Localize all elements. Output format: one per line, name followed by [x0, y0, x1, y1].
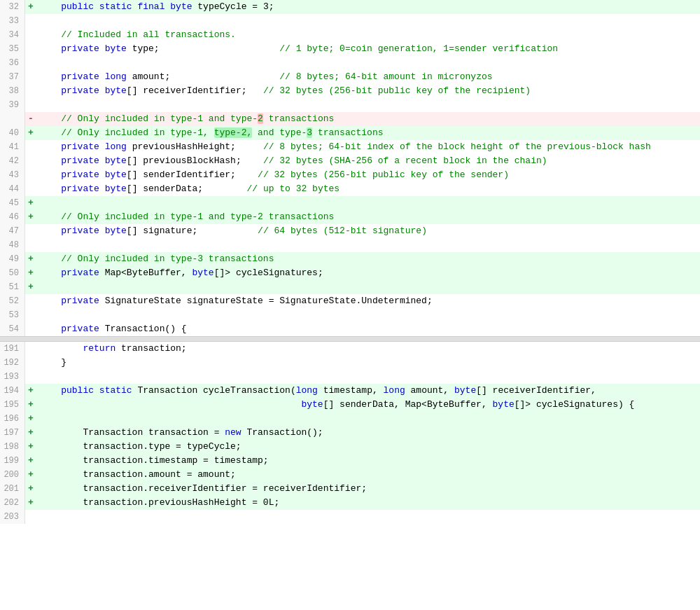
line-content: // Only included in type-3 transactions [36, 252, 700, 266]
code-line: 203 [0, 510, 700, 524]
line-number: 36 [0, 56, 25, 70]
line-number: 33 [0, 14, 25, 28]
line-number: 42 [0, 154, 25, 168]
line-number: 44 [0, 182, 25, 196]
line-number: 191 [0, 342, 25, 356]
line-number: 203 [0, 510, 25, 524]
line-marker [25, 342, 36, 356]
line-content [36, 308, 700, 322]
line-number: 193 [0, 370, 25, 384]
line-number: 46 [0, 210, 25, 224]
code-line: 191 return transaction; [0, 342, 700, 356]
code-line: 46 + // Only included in type-1 and type… [0, 210, 700, 224]
line-marker [25, 238, 36, 252]
section-2: 191 return transaction; 192 } 193 194 + [0, 342, 700, 524]
line-marker [25, 98, 36, 112]
code-line: 201 + transaction.receiverIdentifier = r… [0, 482, 700, 496]
code-line: 199 + transaction.timestamp = timestamp; [0, 454, 700, 468]
code-line: 54 private Transaction() { [0, 322, 700, 336]
line-number: 41 [0, 140, 25, 154]
line-content [36, 370, 700, 384]
code-line: 49 + // Only included in type-3 transact… [0, 252, 700, 266]
line-content: // Only included in type-1 and type-2 tr… [36, 210, 700, 224]
line-number: 47 [0, 224, 25, 238]
line-content: transaction.timestamp = timestamp; [36, 454, 700, 468]
line-content [36, 56, 700, 70]
line-content: private byte[] senderIdentifier; // 32 b… [36, 168, 700, 182]
code-line: 196 + [0, 412, 700, 426]
line-number: 200 [0, 468, 25, 482]
code-line: 198 + transaction.type = typeCycle; [0, 440, 700, 454]
line-marker [25, 510, 36, 524]
line-marker [25, 168, 36, 182]
line-number: 198 [0, 440, 25, 454]
line-content [36, 280, 700, 294]
code-line: 37 private long amount; // 8 bytes; 64-b… [0, 70, 700, 84]
line-content: Transaction transaction = new Transactio… [36, 426, 700, 440]
code-line: 194 + public static Transaction cycleTra… [0, 384, 700, 398]
line-content [36, 510, 700, 524]
line-content: private byte type; // 1 byte; 0=coin gen… [36, 42, 700, 56]
line-marker-added: + [25, 210, 36, 224]
line-marker [25, 70, 36, 84]
line-marker [25, 308, 36, 322]
line-marker-added: + [25, 384, 36, 398]
section-divider [0, 336, 700, 342]
line-content [36, 412, 700, 426]
line-content: private byte[] receiverIdentifier; // 32… [36, 84, 700, 98]
line-content: private Map<ByteBuffer, byte[]> cycleSig… [36, 266, 700, 280]
line-marker [25, 154, 36, 168]
line-marker-added: + [25, 426, 36, 440]
code-line: 200 + transaction.amount = amount; [0, 468, 700, 482]
line-marker [25, 224, 36, 238]
line-number: 34 [0, 28, 25, 42]
line-marker [25, 294, 36, 308]
code-line: 48 [0, 238, 700, 252]
code-line: 39 [0, 98, 700, 112]
code-line: 35 private byte type; // 1 byte; 0=coin … [0, 42, 700, 56]
line-number: 40 [0, 126, 25, 140]
line-marker [25, 42, 36, 56]
line-marker [25, 140, 36, 154]
line-marker-added: + [25, 280, 36, 294]
line-marker-added: + [25, 126, 36, 140]
line-content: private byte[] previousBlockHash; // 32 … [36, 154, 700, 168]
line-marker-added: + [25, 252, 36, 266]
line-marker [25, 56, 36, 70]
line-marker [25, 84, 36, 98]
line-marker [25, 356, 36, 370]
section-1: 32 + public static final byte typeCycle … [0, 0, 700, 336]
code-line: 52 private SignatureState signatureState… [0, 294, 700, 308]
line-number: 43 [0, 168, 25, 182]
line-number: 38 [0, 84, 25, 98]
line-content: byte[] senderData, Map<ByteBuffer, byte[… [36, 398, 700, 412]
line-content: // Only included in type-1 and type-2 tr… [36, 112, 700, 126]
line-content: public static Transaction cycleTransacti… [36, 384, 700, 398]
line-marker [25, 370, 36, 384]
line-content [36, 14, 700, 28]
line-number: 32 [0, 0, 25, 14]
code-line: 42 private byte[] previousBlockHash; // … [0, 154, 700, 168]
line-number: 50 [0, 266, 25, 280]
line-number: 51 [0, 280, 25, 294]
code-line: 51 + [0, 280, 700, 294]
line-content [36, 98, 700, 112]
code-line: 36 [0, 56, 700, 70]
line-marker [25, 322, 36, 336]
line-number [0, 112, 25, 126]
line-marker-removed: - [25, 112, 36, 126]
line-content: // Included in all transactions. [36, 28, 700, 42]
line-number: 52 [0, 294, 25, 308]
line-number: 45 [0, 196, 25, 210]
line-content: // Only included in type-1, type-2, and … [36, 126, 700, 140]
line-content: } [36, 356, 700, 370]
code-line: 43 private byte[] senderIdentifier; // 3… [0, 168, 700, 182]
code-line: 202 + transaction.previousHashHeight = 0… [0, 496, 700, 510]
line-content: private SignatureState signatureState = … [36, 294, 700, 308]
code-line: 53 [0, 308, 700, 322]
code-line: 192 } [0, 356, 700, 370]
code-line: 38 private byte[] receiverIdentifier; //… [0, 84, 700, 98]
line-content: private long previousHashHeight; // 8 by… [36, 140, 700, 154]
code-line: 45 + [0, 196, 700, 210]
line-content: transaction.previousHashHeight = 0L; [36, 496, 700, 510]
